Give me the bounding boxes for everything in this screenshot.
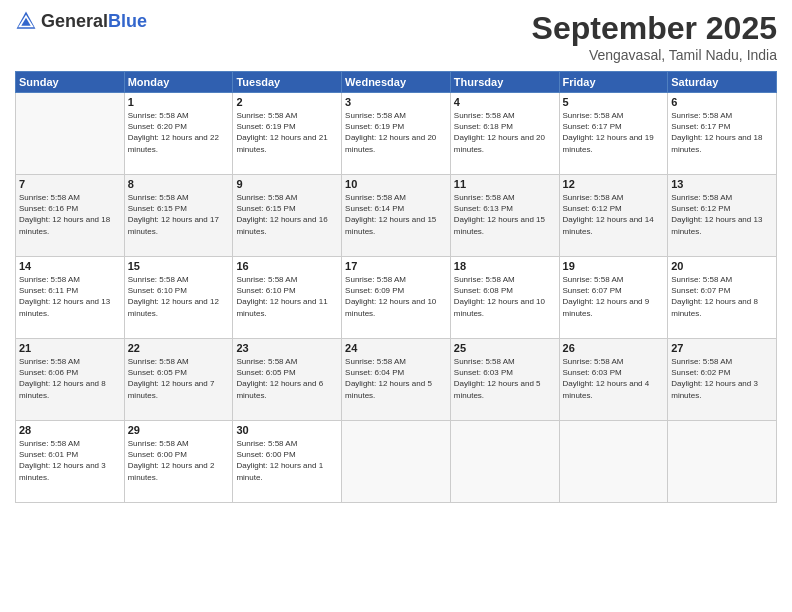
week-row-4: 21Sunrise: 5:58 AMSunset: 6:06 PMDayligh… <box>16 339 777 421</box>
day-info: Sunrise: 5:58 AMSunset: 6:17 PMDaylight:… <box>671 110 773 155</box>
day-number: 5 <box>563 96 665 108</box>
page: GeneralBlue September 2025 Vengavasal, T… <box>0 0 792 612</box>
logo-icon <box>15 10 37 32</box>
day-number: 23 <box>236 342 338 354</box>
day-cell: 3Sunrise: 5:58 AMSunset: 6:19 PMDaylight… <box>342 93 451 175</box>
day-info: Sunrise: 5:58 AMSunset: 6:18 PMDaylight:… <box>454 110 556 155</box>
day-cell: 30Sunrise: 5:58 AMSunset: 6:00 PMDayligh… <box>233 421 342 503</box>
day-cell: 12Sunrise: 5:58 AMSunset: 6:12 PMDayligh… <box>559 175 668 257</box>
location-subtitle: Vengavasal, Tamil Nadu, India <box>532 47 777 63</box>
day-cell: 21Sunrise: 5:58 AMSunset: 6:06 PMDayligh… <box>16 339 125 421</box>
day-number: 9 <box>236 178 338 190</box>
day-cell: 16Sunrise: 5:58 AMSunset: 6:10 PMDayligh… <box>233 257 342 339</box>
week-row-1: 1Sunrise: 5:58 AMSunset: 6:20 PMDaylight… <box>16 93 777 175</box>
day-cell: 5Sunrise: 5:58 AMSunset: 6:17 PMDaylight… <box>559 93 668 175</box>
day-info: Sunrise: 5:58 AMSunset: 6:08 PMDaylight:… <box>454 274 556 319</box>
title-block: September 2025 Vengavasal, Tamil Nadu, I… <box>532 10 777 63</box>
day-cell: 7Sunrise: 5:58 AMSunset: 6:16 PMDaylight… <box>16 175 125 257</box>
day-number: 1 <box>128 96 230 108</box>
day-number: 24 <box>345 342 447 354</box>
day-info: Sunrise: 5:58 AMSunset: 6:13 PMDaylight:… <box>454 192 556 237</box>
day-info: Sunrise: 5:58 AMSunset: 6:06 PMDaylight:… <box>19 356 121 401</box>
day-info: Sunrise: 5:58 AMSunset: 6:07 PMDaylight:… <box>563 274 665 319</box>
day-number: 7 <box>19 178 121 190</box>
day-number: 19 <box>563 260 665 272</box>
day-number: 8 <box>128 178 230 190</box>
day-cell: 20Sunrise: 5:58 AMSunset: 6:07 PMDayligh… <box>668 257 777 339</box>
day-info: Sunrise: 5:58 AMSunset: 6:03 PMDaylight:… <box>563 356 665 401</box>
month-title: September 2025 <box>532 10 777 47</box>
day-cell: 17Sunrise: 5:58 AMSunset: 6:09 PMDayligh… <box>342 257 451 339</box>
day-number: 17 <box>345 260 447 272</box>
header-cell-wednesday: Wednesday <box>342 72 451 93</box>
header-cell-thursday: Thursday <box>450 72 559 93</box>
day-cell: 24Sunrise: 5:58 AMSunset: 6:04 PMDayligh… <box>342 339 451 421</box>
day-info: Sunrise: 5:58 AMSunset: 6:12 PMDaylight:… <box>671 192 773 237</box>
day-number: 27 <box>671 342 773 354</box>
day-cell: 27Sunrise: 5:58 AMSunset: 6:02 PMDayligh… <box>668 339 777 421</box>
day-cell: 1Sunrise: 5:58 AMSunset: 6:20 PMDaylight… <box>124 93 233 175</box>
header-cell-monday: Monday <box>124 72 233 93</box>
day-info: Sunrise: 5:58 AMSunset: 6:19 PMDaylight:… <box>345 110 447 155</box>
day-number: 13 <box>671 178 773 190</box>
calendar-table: SundayMondayTuesdayWednesdayThursdayFrid… <box>15 71 777 503</box>
day-cell <box>342 421 451 503</box>
day-info: Sunrise: 5:58 AMSunset: 6:03 PMDaylight:… <box>454 356 556 401</box>
day-info: Sunrise: 5:58 AMSunset: 6:10 PMDaylight:… <box>128 274 230 319</box>
day-info: Sunrise: 5:58 AMSunset: 6:20 PMDaylight:… <box>128 110 230 155</box>
day-cell: 4Sunrise: 5:58 AMSunset: 6:18 PMDaylight… <box>450 93 559 175</box>
day-number: 14 <box>19 260 121 272</box>
day-info: Sunrise: 5:58 AMSunset: 6:14 PMDaylight:… <box>345 192 447 237</box>
day-cell: 28Sunrise: 5:58 AMSunset: 6:01 PMDayligh… <box>16 421 125 503</box>
day-number: 15 <box>128 260 230 272</box>
day-info: Sunrise: 5:58 AMSunset: 6:15 PMDaylight:… <box>236 192 338 237</box>
day-info: Sunrise: 5:58 AMSunset: 6:12 PMDaylight:… <box>563 192 665 237</box>
day-cell: 19Sunrise: 5:58 AMSunset: 6:07 PMDayligh… <box>559 257 668 339</box>
day-info: Sunrise: 5:58 AMSunset: 6:01 PMDaylight:… <box>19 438 121 483</box>
week-row-5: 28Sunrise: 5:58 AMSunset: 6:01 PMDayligh… <box>16 421 777 503</box>
day-cell: 26Sunrise: 5:58 AMSunset: 6:03 PMDayligh… <box>559 339 668 421</box>
header-cell-friday: Friday <box>559 72 668 93</box>
day-info: Sunrise: 5:58 AMSunset: 6:04 PMDaylight:… <box>345 356 447 401</box>
day-info: Sunrise: 5:58 AMSunset: 6:07 PMDaylight:… <box>671 274 773 319</box>
day-cell: 11Sunrise: 5:58 AMSunset: 6:13 PMDayligh… <box>450 175 559 257</box>
day-cell: 25Sunrise: 5:58 AMSunset: 6:03 PMDayligh… <box>450 339 559 421</box>
header-cell-sunday: Sunday <box>16 72 125 93</box>
calendar-body: 1Sunrise: 5:58 AMSunset: 6:20 PMDaylight… <box>16 93 777 503</box>
day-cell: 15Sunrise: 5:58 AMSunset: 6:10 PMDayligh… <box>124 257 233 339</box>
day-info: Sunrise: 5:58 AMSunset: 6:17 PMDaylight:… <box>563 110 665 155</box>
header-cell-saturday: Saturday <box>668 72 777 93</box>
day-number: 10 <box>345 178 447 190</box>
day-number: 4 <box>454 96 556 108</box>
day-info: Sunrise: 5:58 AMSunset: 6:00 PMDaylight:… <box>128 438 230 483</box>
day-number: 28 <box>19 424 121 436</box>
day-number: 6 <box>671 96 773 108</box>
week-row-3: 14Sunrise: 5:58 AMSunset: 6:11 PMDayligh… <box>16 257 777 339</box>
day-info: Sunrise: 5:58 AMSunset: 6:16 PMDaylight:… <box>19 192 121 237</box>
day-number: 20 <box>671 260 773 272</box>
day-number: 21 <box>19 342 121 354</box>
day-number: 16 <box>236 260 338 272</box>
day-cell: 29Sunrise: 5:58 AMSunset: 6:00 PMDayligh… <box>124 421 233 503</box>
day-info: Sunrise: 5:58 AMSunset: 6:15 PMDaylight:… <box>128 192 230 237</box>
day-number: 18 <box>454 260 556 272</box>
logo: GeneralBlue <box>15 10 147 32</box>
day-cell: 2Sunrise: 5:58 AMSunset: 6:19 PMDaylight… <box>233 93 342 175</box>
day-number: 2 <box>236 96 338 108</box>
day-number: 26 <box>563 342 665 354</box>
logo-blue: Blue <box>108 11 147 31</box>
day-info: Sunrise: 5:58 AMSunset: 6:10 PMDaylight:… <box>236 274 338 319</box>
logo-text: GeneralBlue <box>41 11 147 32</box>
day-cell <box>16 93 125 175</box>
day-cell: 23Sunrise: 5:58 AMSunset: 6:05 PMDayligh… <box>233 339 342 421</box>
day-info: Sunrise: 5:58 AMSunset: 6:19 PMDaylight:… <box>236 110 338 155</box>
day-cell: 22Sunrise: 5:58 AMSunset: 6:05 PMDayligh… <box>124 339 233 421</box>
logo-general: General <box>41 11 108 31</box>
day-cell: 10Sunrise: 5:58 AMSunset: 6:14 PMDayligh… <box>342 175 451 257</box>
header: GeneralBlue September 2025 Vengavasal, T… <box>15 10 777 63</box>
day-cell: 14Sunrise: 5:58 AMSunset: 6:11 PMDayligh… <box>16 257 125 339</box>
day-info: Sunrise: 5:58 AMSunset: 6:09 PMDaylight:… <box>345 274 447 319</box>
day-cell: 9Sunrise: 5:58 AMSunset: 6:15 PMDaylight… <box>233 175 342 257</box>
day-number: 12 <box>563 178 665 190</box>
day-cell: 18Sunrise: 5:58 AMSunset: 6:08 PMDayligh… <box>450 257 559 339</box>
